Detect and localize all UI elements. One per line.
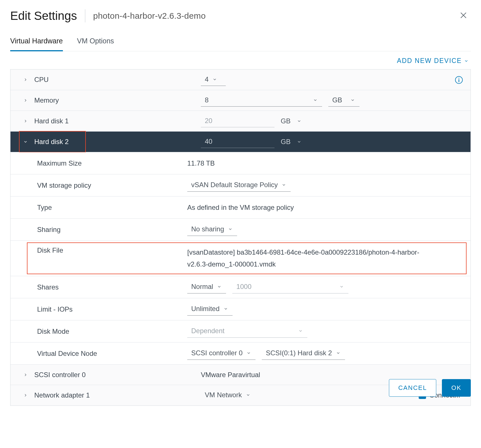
info-icon[interactable] xyxy=(455,76,463,86)
net-label: Network adapter 1 xyxy=(34,391,201,399)
add-new-device-button[interactable]: ADD NEW DEVICE xyxy=(397,57,469,65)
disk-file-label: Disk File xyxy=(37,246,187,254)
expand-hd1[interactable] xyxy=(22,119,29,123)
svg-rect-2 xyxy=(459,78,459,79)
max-size-label: Maximum Size xyxy=(37,159,187,167)
shares-level-select[interactable]: Normal xyxy=(187,281,226,293)
chevron-down-icon xyxy=(246,393,250,397)
row-cpu: CPU 4 xyxy=(10,69,471,90)
tab-vm-options[interactable]: VM Options xyxy=(77,37,114,51)
scsi-label: SCSI controller 0 xyxy=(34,371,201,379)
net-value: VM Network xyxy=(205,391,242,399)
chevron-down-icon[interactable] xyxy=(297,140,301,144)
vdn-slot-select[interactable]: SCSI(0:1) Hard disk 2 xyxy=(262,347,345,360)
chevron-down-icon xyxy=(246,351,251,355)
disk-mode-select[interactable]: Dependent xyxy=(187,325,307,338)
disk-mode-value: Dependent xyxy=(191,327,224,335)
shares-num: 1000 xyxy=(236,283,251,291)
add-new-device-label: ADD NEW DEVICE xyxy=(397,57,462,65)
hd1-value: 20 xyxy=(205,117,212,125)
shares-number-input[interactable]: 1000 xyxy=(232,281,348,293)
row-disk-file: Disk File [vsanDatastore] ba3b1464-6981-… xyxy=(10,241,471,276)
collapse-hd2[interactable] xyxy=(22,140,29,144)
svg-rect-1 xyxy=(459,79,459,82)
ok-button[interactable]: OK xyxy=(442,379,471,397)
memory-unit: GB xyxy=(332,96,342,104)
sharing-select[interactable]: No sharing xyxy=(187,223,237,236)
divider xyxy=(85,9,85,22)
chevron-down-icon xyxy=(217,284,222,289)
hd2-unit: GB xyxy=(281,138,291,146)
cpu-count-select[interactable]: 4 xyxy=(201,73,226,86)
expand-memory[interactable] xyxy=(22,98,29,103)
dialog-title: Edit Settings xyxy=(10,9,77,23)
limit-select[interactable]: Unlimited xyxy=(187,303,233,316)
storage-policy-label: VM storage policy xyxy=(37,181,187,189)
vdn-controller: SCSI controller 0 xyxy=(191,349,242,357)
row-max-size: Maximum Size 11.78 TB xyxy=(10,152,471,174)
expand-net[interactable] xyxy=(22,393,29,398)
memory-value: 8 xyxy=(205,96,208,104)
chevron-down-icon xyxy=(339,284,344,289)
expand-cpu[interactable] xyxy=(22,77,29,82)
vdn-slot: SCSI(0:1) Hard disk 2 xyxy=(266,349,332,357)
type-value: As defined in the VM storage policy xyxy=(187,204,294,212)
settings-panel: CPU 4 Memory 8 GB xyxy=(10,69,471,406)
hd1-unit: GB xyxy=(281,117,291,125)
dialog-header: Edit Settings photon-4-harbor-v2.6.3-dem… xyxy=(10,9,471,23)
sharing-value: No sharing xyxy=(191,225,224,233)
chevron-down-icon xyxy=(282,183,286,187)
chevron-down-icon xyxy=(350,98,355,102)
row-hard-disk-1: Hard disk 1 20 GB xyxy=(10,111,471,132)
chevron-down-icon xyxy=(336,351,340,355)
chevron-down-icon xyxy=(212,77,217,82)
scsi-value: VMware Paravirtual xyxy=(201,371,260,379)
row-limit-iops: Limit - IOPs Unlimited xyxy=(10,298,471,320)
max-size-value: 11.78 TB xyxy=(187,159,215,167)
shares-label: Shares xyxy=(37,283,187,291)
row-hard-disk-2: Hard disk 2 40 GB xyxy=(10,132,471,152)
cpu-label: CPU xyxy=(34,76,201,84)
chevron-down-icon xyxy=(228,227,233,231)
disk-mode-label: Disk Mode xyxy=(37,327,187,335)
disk-file-value: [vsanDatastore] ba3b1464-6981-64ce-4e6e-… xyxy=(187,246,434,270)
memory-unit-select[interactable]: GB xyxy=(328,94,359,107)
memory-value-input[interactable]: 8 xyxy=(201,94,322,107)
hd2-size-input[interactable]: 40 xyxy=(201,136,274,148)
row-storage-policy: VM storage policy vSAN Default Storage P… xyxy=(10,174,471,196)
hd1-size-input[interactable]: 20 xyxy=(201,115,274,127)
row-shares: Shares Normal 1000 xyxy=(10,276,471,298)
vdn-controller-select[interactable]: SCSI controller 0 xyxy=(187,347,256,360)
shares-value: Normal xyxy=(191,283,213,291)
cpu-value: 4 xyxy=(205,75,208,83)
row-virtual-device-node: Virtual Device Node SCSI controller 0 SC… xyxy=(10,343,471,365)
hd1-label: Hard disk 1 xyxy=(34,117,201,125)
memory-label: Memory xyxy=(34,96,201,104)
close-icon[interactable] xyxy=(459,11,468,22)
cancel-button[interactable]: CANCEL xyxy=(389,379,436,397)
storage-policy-value: vSAN Default Storage Policy xyxy=(191,181,278,189)
row-type: Type As defined in the VM storage policy xyxy=(10,196,471,219)
storage-policy-select[interactable]: vSAN Default Storage Policy xyxy=(187,179,291,192)
expand-scsi[interactable] xyxy=(22,373,29,377)
vdn-label: Virtual Device Node xyxy=(37,350,187,358)
row-memory: Memory 8 GB xyxy=(10,90,471,111)
sharing-label: Sharing xyxy=(37,226,187,234)
chevron-down-icon xyxy=(313,98,318,102)
tabs: Virtual Hardware VM Options xyxy=(10,37,471,51)
chevron-down-icon xyxy=(298,329,303,333)
chevron-down-icon[interactable] xyxy=(297,119,301,123)
type-label: Type xyxy=(37,204,187,212)
limit-label: Limit - IOPs xyxy=(37,305,187,313)
hd2-value: 40 xyxy=(205,138,212,145)
chevron-down-icon xyxy=(224,307,228,311)
chevron-down-icon xyxy=(464,59,469,63)
hd2-label: Hard disk 2 xyxy=(34,138,201,146)
limit-value: Unlimited xyxy=(191,305,220,313)
tab-virtual-hardware[interactable]: Virtual Hardware xyxy=(10,37,63,51)
network-select[interactable]: VM Network xyxy=(201,389,255,401)
row-disk-mode: Disk Mode Dependent xyxy=(10,320,471,343)
row-sharing: Sharing No sharing xyxy=(10,219,471,241)
vm-name: photon-4-harbor-v2.6.3-demo xyxy=(93,11,206,21)
